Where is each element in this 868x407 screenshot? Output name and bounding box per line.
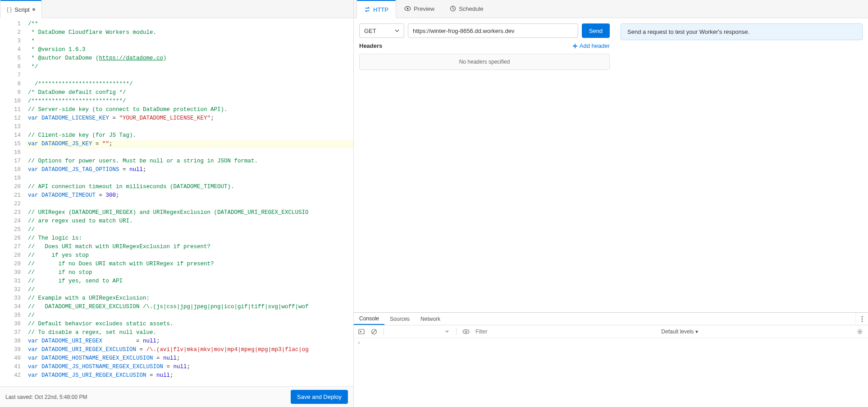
code-line[interactable]: // if yes stop	[25, 251, 353, 260]
devtools-menu-button[interactable]	[855, 313, 868, 325]
code-line[interactable]	[25, 174, 353, 183]
tab-preview[interactable]: Preview	[397, 0, 442, 18]
http-method-select[interactable]: GET	[359, 23, 404, 38]
clear-console-icon[interactable]	[369, 327, 379, 337]
console-output[interactable]	[354, 338, 868, 407]
devtools-tabs: ConsoleSourcesNetwork	[354, 313, 868, 325]
line-number: 19	[0, 174, 21, 183]
code-line[interactable]: // Options for power users. Must be null…	[25, 157, 353, 166]
code-line[interactable]: * @author DataDome (https://datadome.co)	[25, 54, 353, 63]
context-selector[interactable]	[388, 330, 452, 333]
plus-icon	[572, 43, 578, 49]
code-line[interactable]: * @version 1.6.3	[25, 46, 353, 54]
code-line[interactable]: // if no stop	[25, 268, 353, 277]
line-number: 36	[0, 320, 21, 328]
line-number: 33	[0, 294, 21, 303]
svg-point-11	[859, 331, 861, 333]
line-number: 28	[0, 251, 21, 260]
line-number: 34	[0, 303, 21, 311]
clock-icon	[450, 5, 456, 12]
code-line[interactable]: var DATADOME_TIMEOUT = 300;	[25, 191, 353, 200]
code-line[interactable]	[25, 200, 353, 208]
code-editor[interactable]: 1234567891011121314151617181920212223242…	[0, 18, 353, 386]
line-number: 24	[0, 217, 21, 226]
send-button[interactable]: Send	[582, 23, 610, 38]
code-line[interactable]: var DATADOME_LICENSE_KEY = "YOUR_DATADOM…	[25, 114, 353, 123]
code-line[interactable]: // are regex used to match URI.	[25, 217, 353, 226]
console-filter-input[interactable]	[474, 328, 582, 336]
code-line[interactable]: var DATADOME_JS_KEY = "";	[25, 140, 353, 148]
line-number: 15	[0, 140, 21, 148]
devtools-tab-sources[interactable]: Sources	[384, 313, 415, 325]
request-url-input[interactable]	[408, 23, 578, 38]
code-line[interactable]: var DATADOME_JS_TAG_OPTIONS = null;	[25, 166, 353, 174]
svg-point-1	[407, 8, 408, 9]
line-number: 27	[0, 243, 21, 251]
code-line[interactable]: // if yes, send to API	[25, 277, 353, 286]
left-tab-bar: { } Script	[0, 0, 353, 18]
eye-icon	[404, 6, 411, 11]
line-number: 25	[0, 226, 21, 234]
line-number: 26	[0, 234, 21, 243]
code-line[interactable]: // URIRegex (DATADOME_URI_REGEX) and URI…	[25, 208, 353, 217]
code-line[interactable]	[25, 123, 353, 131]
tab-http[interactable]: HTTP	[356, 0, 396, 18]
code-line[interactable]: // Default behavior excludes static asse…	[25, 320, 353, 328]
add-header-label: Add header	[580, 42, 610, 49]
code-line[interactable]: var DATADOME_JS_URI_REGEX_EXCLUSION = nu…	[25, 371, 353, 380]
line-number: 7	[0, 71, 21, 80]
code-line[interactable]: //	[25, 311, 353, 320]
code-line[interactable]: /***************************/	[25, 97, 353, 106]
svg-point-10	[465, 331, 467, 333]
devtools-tab-console[interactable]: Console	[354, 313, 384, 325]
code-line[interactable]: var DATADOME_URI_REGEX_EXCLUSION = /\.(a…	[25, 346, 353, 354]
http-method-value: GET	[364, 28, 376, 34]
console-prompt[interactable]	[357, 340, 864, 346]
tab-label: Schedule	[459, 5, 483, 12]
code-line[interactable]: //	[25, 226, 353, 234]
code-line[interactable]: /* DataDome default config */	[25, 88, 353, 97]
line-number: 30	[0, 268, 21, 277]
svg-line-8	[372, 330, 376, 333]
add-header-button[interactable]: Add header	[572, 42, 610, 49]
line-number: 3	[0, 37, 21, 46]
code-line[interactable]: // DATADOME_URI_REGEX_EXCLUSION /\.(js|c…	[25, 303, 353, 311]
code-line[interactable]: // API connection timeout in millisecond…	[25, 183, 353, 191]
headers-empty-state: No headers specified	[359, 54, 610, 70]
code-line[interactable]: //	[25, 286, 353, 294]
devtools-toolbar: Default levels ▾	[354, 325, 868, 338]
code-line[interactable]: // Client-side key (for JS Tag).	[25, 131, 353, 140]
code-line[interactable]	[25, 71, 353, 80]
code-line[interactable]: // Example with a URIRegexExclusion:	[25, 294, 353, 303]
code-line[interactable]: // Server-side key (to connect to DataDo…	[25, 106, 353, 114]
tab-schedule[interactable]: Schedule	[443, 0, 490, 18]
code-line[interactable]: /**	[25, 20, 353, 28]
code-line[interactable]: */	[25, 63, 353, 71]
devtools-panel: ConsoleSourcesNetwork	[354, 312, 868, 407]
code-line[interactable]: var DATADOME_URI_REGEX = null;	[25, 337, 353, 346]
response-column: Send a request to test your Worker's res…	[615, 18, 868, 312]
line-number: 11	[0, 106, 21, 114]
line-number: 8	[0, 80, 21, 88]
chevron-down-icon	[395, 29, 399, 32]
tab-script[interactable]: { } Script	[0, 0, 42, 18]
code-line[interactable]: // Does URI match with URIRegexExclusion…	[25, 243, 353, 251]
console-settings-icon[interactable]	[854, 328, 865, 335]
code-line[interactable]: * DataDome Cloudflare Workers module.	[25, 28, 353, 37]
code-line[interactable]: var DATADOME_JS_HOSTNAME_REGEX_EXCLUSION…	[25, 363, 353, 371]
code-line[interactable]: // To disable a regex, set null value.	[25, 328, 353, 337]
code-line[interactable]: // The logic is:	[25, 234, 353, 243]
code-line[interactable]: /***************************/	[25, 80, 353, 88]
code-content[interactable]: /** * DataDome Cloudflare Workers module…	[25, 18, 353, 386]
code-line[interactable]: *	[25, 37, 353, 46]
execution-context-icon[interactable]	[356, 327, 366, 337]
save-and-deploy-button[interactable]: Save and Deploy	[291, 390, 348, 404]
svg-point-9	[463, 329, 469, 333]
live-expression-icon[interactable]	[461, 327, 471, 337]
line-number: 32	[0, 286, 21, 294]
code-line[interactable]: var DATADOME_HOSTNAME_REGEX_EXCLUSION = …	[25, 354, 353, 363]
code-line[interactable]	[25, 148, 353, 157]
code-line[interactable]: // if no Does URI match with URIRegex if…	[25, 260, 353, 268]
log-levels-select[interactable]: Default levels ▾	[661, 328, 698, 335]
devtools-tab-network[interactable]: Network	[415, 313, 446, 325]
